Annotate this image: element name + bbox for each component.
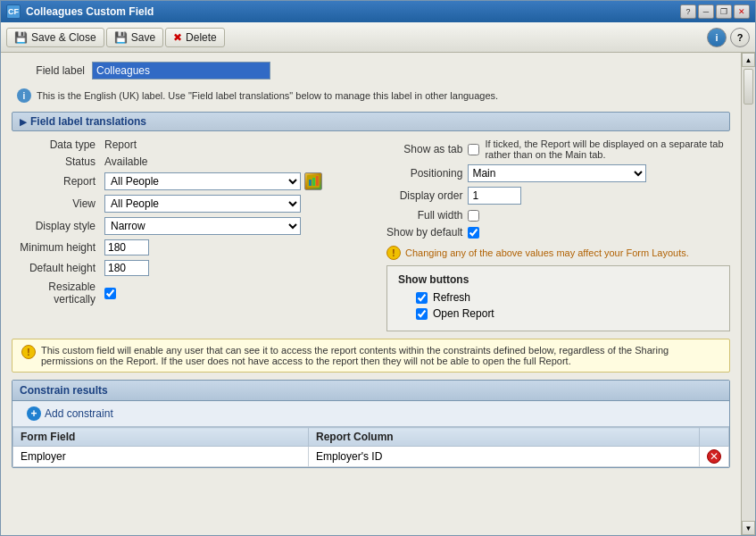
minimize-button[interactable]: ─ <box>698 4 714 19</box>
svg-rect-2 <box>312 178 315 186</box>
field-label-row: Field label <box>12 62 730 80</box>
delete-button[interactable]: ✖ Delete <box>165 28 225 47</box>
min-height-label: Minimum height <box>12 241 101 254</box>
report-icon[interactable] <box>304 172 322 190</box>
left-form-grid: Data type Report Status Available Report… <box>12 138 369 306</box>
bottom-warning-bar: ! This custom field will enable any user… <box>12 339 730 373</box>
default-height-label: Default height <box>12 262 101 274</box>
view-select[interactable]: All People Narrow People People <box>104 195 301 213</box>
save-close-button[interactable]: 💾 Save & Close <box>6 28 104 47</box>
bottom-warning-icon: ! <box>21 345 36 359</box>
field-label-text: Field label <box>12 64 92 77</box>
constrain-title: Constrain results <box>20 384 108 397</box>
view-label: View <box>12 197 101 210</box>
info-icon: i <box>17 88 31 103</box>
save-icon: 💾 <box>114 31 128 44</box>
resizable-label: Resizable vertically <box>12 281 101 306</box>
open-report-checkbox[interactable] <box>416 308 428 320</box>
scroll-track[interactable] <box>742 67 755 521</box>
scroll-thumb[interactable] <box>744 69 753 105</box>
show-by-default-label: Show by default <box>386 226 462 239</box>
open-report-row: Open Report <box>398 307 719 320</box>
two-column-layout: Data type Report Status Available Report… <box>12 138 730 331</box>
delete-label: Delete <box>186 31 217 44</box>
close-button[interactable]: ✕ <box>734 4 750 19</box>
help-button[interactable]: ? <box>680 4 696 19</box>
delete-icon: ✖ <box>173 31 182 44</box>
cell-form-field: Employer <box>13 447 309 467</box>
restore-button[interactable]: ❐ <box>716 4 732 19</box>
col-report-column: Report Column <box>308 428 699 447</box>
positioning-select[interactable]: Main Tab <box>468 164 646 182</box>
content-area: Field label i This is the English (UK) l… <box>1 53 755 535</box>
main-panel: Field label i This is the English (UK) l… <box>1 53 741 535</box>
help-buttons: i ? <box>707 28 750 47</box>
add-constraint-bar: + Add constraint <box>12 401 729 427</box>
show-as-tab-label: Show as tab <box>386 143 462 155</box>
left-column: Data type Report Status Available Report… <box>12 138 369 331</box>
display-order-input[interactable] <box>468 187 521 205</box>
info-text: This is the English (UK) label. Use "Fie… <box>37 90 498 101</box>
save-close-icon: 💾 <box>14 31 28 44</box>
report-label: Report <box>12 175 101 188</box>
add-circle-icon: + <box>27 406 41 421</box>
save-button[interactable]: 💾 Save <box>106 28 163 47</box>
show-buttons-title: Show buttons <box>398 273 719 286</box>
report-row: All People Other Report <box>104 172 369 190</box>
field-label-input[interactable] <box>92 62 270 80</box>
delete-row-button[interactable]: ✕ <box>707 449 721 464</box>
full-width-label: Full width <box>386 209 462 222</box>
warning-icon: ! <box>386 246 401 260</box>
vertical-scrollbar[interactable]: ▲ ▼ <box>741 53 755 535</box>
constrain-table: Form Field Report Column Employer Employ… <box>12 427 729 467</box>
refresh-row: Refresh <box>398 291 719 304</box>
field-label-info: i This is the English (UK) label. Use "F… <box>12 85 730 106</box>
window-icon: CF <box>6 4 21 19</box>
table-header-row: Form Field Report Column <box>13 428 729 447</box>
default-height-input[interactable] <box>104 260 149 276</box>
display-style-select[interactable]: Narrow Wide Compact <box>104 217 301 235</box>
title-bar: CF Colleagues Custom Field ? ─ ❐ ✕ <box>1 1 755 22</box>
add-constraint-button[interactable]: + Add constraint <box>20 405 120 423</box>
bottom-warning-text: This custom field will enable any user t… <box>41 345 720 366</box>
question-button[interactable]: ? <box>730 28 750 47</box>
data-type-label: Data type <box>12 138 101 151</box>
save-close-label: Save & Close <box>31 31 96 44</box>
window-title: Colleagues Custom Field <box>26 5 680 18</box>
scroll-down-arrow[interactable]: ▼ <box>742 521 755 535</box>
refresh-checkbox[interactable] <box>416 292 428 304</box>
svg-rect-1 <box>309 180 312 186</box>
min-height-row <box>104 239 369 255</box>
constrain-section: Constrain results + Add constraint Form … <box>12 380 730 468</box>
toolbar: 💾 Save & Close 💾 Save ✖ Delete i ? <box>1 22 755 53</box>
display-style-label: Display style <box>12 220 101 232</box>
resizable-checkbox[interactable] <box>104 288 116 299</box>
show-as-tab-checkbox[interactable] <box>468 144 479 155</box>
show-as-tab-row: If ticked, the Report will be displayed … <box>468 138 730 160</box>
status-label: Status <box>12 155 101 168</box>
show-as-tab-desc: If ticked, the Report will be displayed … <box>485 138 730 160</box>
section-toggle-icon[interactable]: ▶ <box>20 117 27 127</box>
translations-section-header[interactable]: ▶ Field label translations <box>12 112 730 131</box>
scroll-up-arrow[interactable]: ▲ <box>742 53 755 67</box>
data-type-value: Report <box>104 138 369 151</box>
main-window: CF Colleagues Custom Field ? ─ ❐ ✕ 💾 Sav… <box>0 0 756 536</box>
status-value: Available <box>104 155 369 168</box>
constrain-table-body: Employer Employer's ID ✕ <box>13 447 729 467</box>
table-row: Employer Employer's ID ✕ <box>13 447 729 467</box>
info-button[interactable]: i <box>707 28 727 47</box>
window-controls: ? ─ ❐ ✕ <box>680 4 750 19</box>
open-report-label: Open Report <box>433 307 494 320</box>
show-by-default-checkbox[interactable] <box>468 227 479 239</box>
save-label: Save <box>131 31 155 44</box>
col-form-field: Form Field <box>13 428 309 447</box>
min-height-input[interactable] <box>104 239 149 255</box>
full-width-checkbox[interactable] <box>468 210 479 222</box>
show-buttons-box: Show buttons Refresh Open Report <box>386 265 730 331</box>
cell-report-column: Employer's ID <box>308 447 699 467</box>
translations-section-title: Field label translations <box>30 115 146 128</box>
cell-delete: ✕ <box>700 447 729 467</box>
report-select[interactable]: All People Other Report <box>104 172 301 190</box>
display-order-label: Display order <box>386 189 462 202</box>
right-grid: Show as tab If ticked, the Report will b… <box>386 138 730 239</box>
